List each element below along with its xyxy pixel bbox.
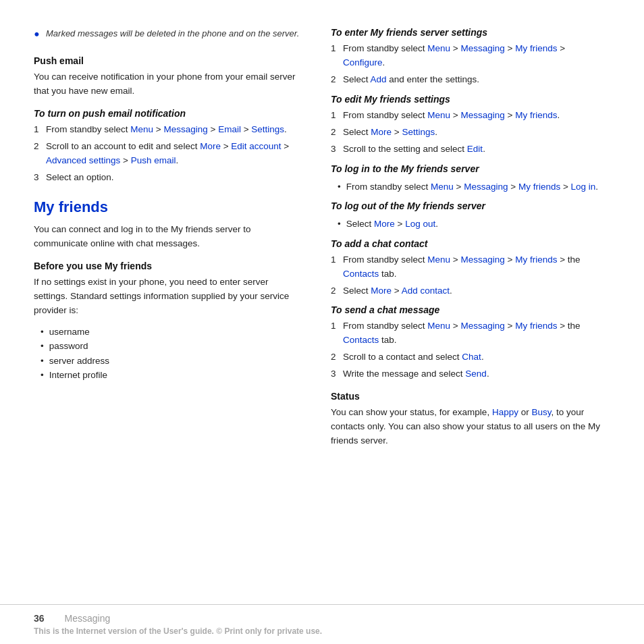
edit-settings-steps: 1 From standby select Menu > Messaging >… [331,109,601,157]
log-out-heading: To log out of the My friends server [331,200,601,211]
send-chat-heading: To send a chat message [331,304,601,315]
link-menu: Menu [130,124,153,134]
page: ⦁ Marked messages will be deleted in the… [0,0,644,644]
log-in-heading: To log in to the My friends server [331,163,601,174]
left-column: ⦁ Marked messages will be deleted in the… [34,27,304,591]
send-chat-step-2: 2 Scroll to a contact and select Chat. [331,350,601,365]
footer-disclaimer: This is the Internet version of the User… [34,626,610,636]
send-chat-step-1: 1 From standby select Menu > Messaging >… [331,319,601,348]
step-2-num: 2 [34,140,42,168]
step-3-num: 3 [34,171,42,185]
list-item-server: server address [41,354,304,369]
my-friends-title: My friends [34,198,304,216]
log-in-bullets: From standby select Menu > Messaging > M… [338,180,601,194]
content-area: ⦁ Marked messages will be deleted in the… [0,27,644,591]
step-3-text: Select an option. [46,171,114,185]
push-email-heading: Push email [34,55,304,66]
send-chat-step-3: 3 Write the message and select Send. [331,367,601,381]
link-advanced-settings: Advanced settings [46,155,120,165]
add-chat-step-2: 2 Select More > Add contact. [331,284,601,298]
push-email-body: You can receive notification in your pho… [34,70,304,99]
before-use-body: If no settings exist in your phone, you … [34,275,304,318]
link-happy: Happy [492,407,518,417]
turn-on-push-steps: 1 From standby select Menu > Messaging >… [34,123,304,185]
edit-step-1: 1 From standby select Menu > Messaging >… [331,109,601,123]
before-use-list: username password server address Interne… [41,325,304,383]
my-friends-intro: You can connect and log in to the My fri… [34,223,304,251]
footer-page-number: 36 [34,613,45,624]
footer: 36 Messaging This is the Internet versio… [0,604,644,644]
enter-step-1: 1 From standby select Menu > Messaging >… [331,42,601,70]
status-heading: Status [331,391,601,402]
before-use-heading: Before you use My friends [34,261,304,271]
bullet-icon: ⦁ [34,26,39,43]
edit-settings-heading: To edit My friends settings [331,94,601,105]
footer-section: Messaging [65,613,111,624]
edit-step-3: 3 Scroll to the setting and select Edit. [331,142,601,157]
link-settings: Settings [251,124,284,134]
link-push-email: Push email [131,155,176,165]
step-2-text: Scroll to an account to edit and select … [46,140,304,168]
right-column: To enter My friends server settings 1 Fr… [331,27,601,591]
log-in-item: From standby select Menu > Messaging > M… [338,180,601,194]
list-item-username: username [41,325,304,340]
step-1-num: 1 [34,123,42,137]
enter-settings-heading: To enter My friends server settings [331,27,601,38]
log-out-bullets: Select More > Log out. [338,217,601,232]
link-edit-account: Edit account [231,141,281,151]
send-chat-steps: 1 From standby select Menu > Messaging >… [331,319,601,381]
link-email: Email [218,124,241,134]
add-chat-step-1: 1 From standby select Menu > Messaging >… [331,253,601,281]
link-messaging: Messaging [163,124,207,134]
enter-step-2: 2 Select Add and enter the settings. [331,73,601,87]
status-body: You can show your status, for example, H… [331,406,601,448]
add-chat-steps: 1 From standby select Menu > Messaging >… [331,253,601,298]
step-1-text: From standby select Menu > Messaging > E… [46,123,287,137]
turn-on-push-heading: To turn on push email notification [34,108,304,119]
note-block: ⦁ Marked messages will be deleted in the… [34,27,304,43]
enter-settings-steps: 1 From standby select Menu > Messaging >… [331,42,601,87]
link-busy: Busy [531,407,551,417]
add-chat-heading: To add a chat contact [331,238,601,249]
edit-step-2: 2 Select More > Settings. [331,126,601,140]
step-3: 3 Select an option. [34,171,304,185]
list-item-internet: Internet profile [41,368,304,383]
list-item-password: password [41,339,304,354]
log-out-item: Select More > Log out. [338,217,601,232]
link-more: More [200,141,221,151]
step-2: 2 Scroll to an account to edit and selec… [34,140,304,168]
step-1: 1 From standby select Menu > Messaging >… [34,123,304,137]
footer-page-row: 36 Messaging [34,613,610,624]
note-text: Marked messages will be deleted in the p… [46,27,299,41]
